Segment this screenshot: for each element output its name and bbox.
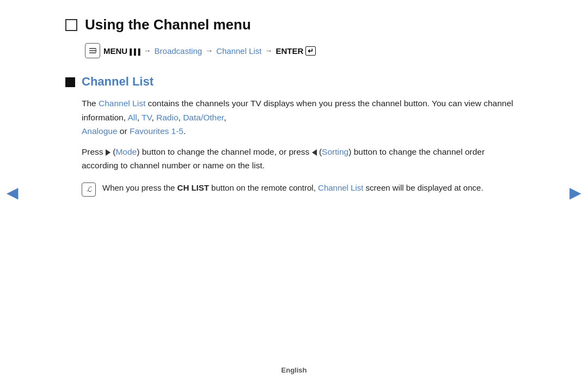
p2-text-mid: ) button to change the channel mode, or … [137,147,311,156]
black-square-icon [65,77,75,87]
note-channel-list-link: Channel List [318,183,363,192]
p2-tri-right [106,147,111,156]
p1-radio-link: Radio [156,113,179,122]
p1-favourites-link: Favourites 1-5 [130,126,183,136]
enter-label: ENTER↵ [276,46,316,56]
channel-list-section: Channel List The Channel List contains t… [65,75,523,197]
note-ch-list: CH LIST [177,183,209,192]
paragraph-1: The Channel List contains the channels y… [82,96,523,138]
note-block: ℒ When you press the CH LIST button on t… [82,181,523,197]
p1-tv-link: TV [142,113,151,122]
menu-icon [85,43,100,58]
p2-sorting-link: Sorting [322,147,348,156]
p2-mode-link: Mode [115,147,137,156]
p1-period: . [183,126,186,136]
p1-comma2: , [151,113,156,122]
sub-section-title: Channel List [82,75,154,89]
arrow-2: → [205,46,213,55]
section-header: Using the Channel menu [65,16,523,33]
p1-comma3: , [179,113,183,122]
arrow-3: → [265,46,273,55]
note-text: When you press the CH LIST button on the… [102,181,483,195]
note-icon: ℒ [82,182,96,197]
p1-text-start: The [82,99,99,108]
paragraph-2: Press (Mode) button to change the channe… [82,145,523,173]
p1-all-link: All [127,113,137,122]
sub-section-header: Channel List [65,75,523,89]
menu-path: MENU▐▐▐ → Broadcasting → Channel List → … [85,43,523,58]
menu-keyword: MENU▐▐▐ [103,46,140,56]
p1-analogue-link: Analogue [82,126,118,136]
p2-text-start: Press [82,147,106,156]
p1-comma1: , [137,113,142,122]
footer-language: English [281,366,307,374]
p1-data-other-link: Data/Other [183,113,224,122]
p2-space: ( [111,147,115,156]
broadcasting-link: Broadcasting [155,46,203,56]
nav-left-arrow[interactable]: ◀ [7,183,19,201]
p1-or: or [118,126,130,136]
arrow-1: → [144,46,151,55]
note-text-end: screen will be displayed at once. [363,183,483,192]
channel-list-link: Channel List [216,46,261,56]
checkbox-icon [65,19,77,31]
page-title: Using the Channel menu [85,16,251,33]
p2-tri-left [312,147,317,156]
note-text-mid: button on the remote control, [209,183,318,192]
note-text-start: When you press the [102,183,177,192]
p2-space2: ( [317,147,322,156]
p1-channel-list-link: Channel List [99,99,145,108]
p1-comma4: , [224,113,226,122]
nav-right-arrow[interactable]: ▶ [569,183,581,201]
